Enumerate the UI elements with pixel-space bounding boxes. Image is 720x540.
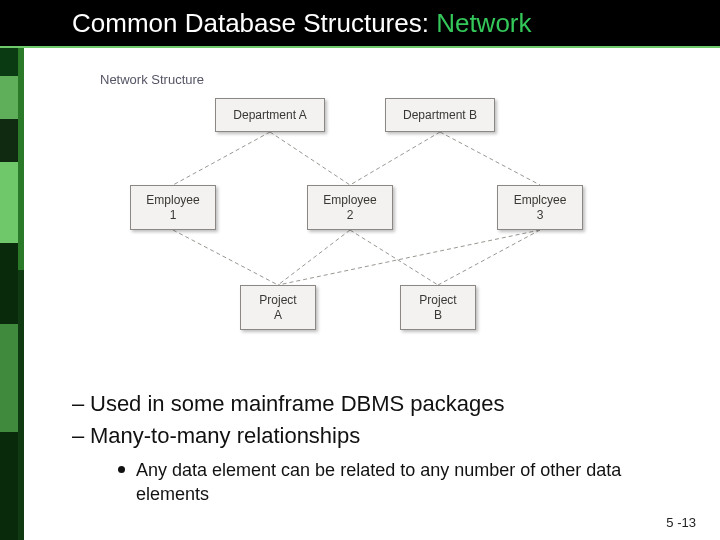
svg-line-4 <box>173 230 278 285</box>
dash-icon: – <box>72 388 90 420</box>
node-employee-2: Employee 2 <box>307 185 393 230</box>
node-project-b: Project B <box>400 285 476 330</box>
title-underline <box>0 46 720 48</box>
node-employee-3: Emplcyee 3 <box>497 185 583 230</box>
slide-title-highlight: Network <box>436 8 531 38</box>
dot-icon <box>118 466 125 473</box>
decorative-left-strip <box>0 0 18 540</box>
svg-line-1 <box>270 132 350 185</box>
svg-line-8 <box>438 230 540 285</box>
node-employee-1: Employee 1 <box>130 185 216 230</box>
network-diagram: Network Structure Department A Departmen… <box>60 70 680 370</box>
svg-line-6 <box>350 230 438 285</box>
node-department-b: Department B <box>385 98 495 132</box>
slide-number: 5 -13 <box>666 515 696 530</box>
svg-line-0 <box>173 132 270 185</box>
svg-line-3 <box>440 132 540 185</box>
svg-line-2 <box>350 132 440 185</box>
bullet-dot-1: Any data element can be related to any n… <box>118 458 672 507</box>
node-department-a: Department A <box>215 98 325 132</box>
title-bar: Common Database Structures: Network <box>0 0 720 46</box>
bullet-dot-1-text: Any data element can be related to any n… <box>136 460 621 504</box>
bullet-dash-1: –Used in some mainframe DBMS packages <box>72 388 672 420</box>
bullet-dash-2-text: Many-to-many relationships <box>90 423 360 448</box>
decorative-left-strip-accent <box>18 0 24 540</box>
bullet-area: –Used in some mainframe DBMS packages –M… <box>72 388 672 506</box>
bullet-dash-2: –Many-to-many relationships <box>72 420 672 452</box>
svg-line-5 <box>278 230 350 285</box>
slide-title-prefix: Common Database Structures: <box>72 8 436 38</box>
svg-line-7 <box>278 230 540 285</box>
node-project-a: Project A <box>240 285 316 330</box>
slide: Common Database Structures: Network Netw… <box>0 0 720 540</box>
dash-icon: – <box>72 420 90 452</box>
bullet-dash-1-text: Used in some mainframe DBMS packages <box>90 391 505 416</box>
slide-title: Common Database Structures: Network <box>72 8 532 39</box>
